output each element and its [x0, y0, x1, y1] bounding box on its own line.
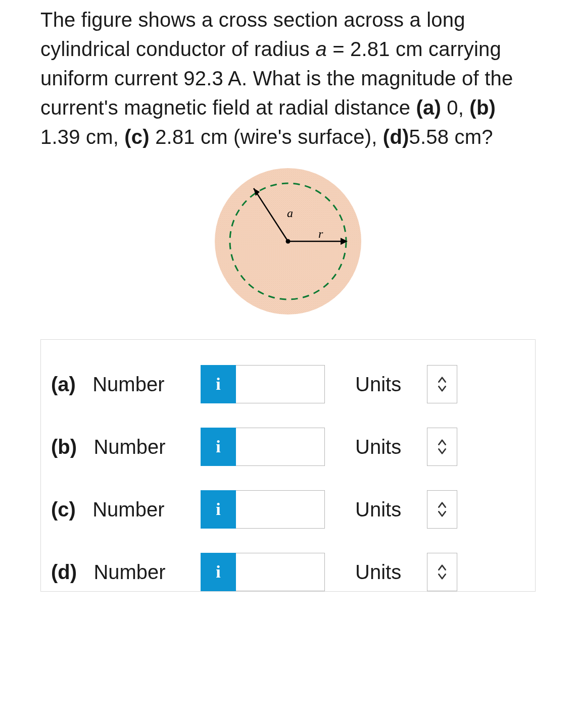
units-label: Units	[355, 373, 416, 396]
figure: a r	[40, 166, 536, 319]
row-label: (d) Number	[51, 561, 201, 584]
row-label: (b) Number	[51, 436, 201, 458]
number-input-group: i	[201, 365, 325, 403]
figure-label-r: r	[318, 227, 323, 240]
number-input-d[interactable]	[236, 553, 325, 591]
info-icon[interactable]: i	[201, 428, 236, 466]
part-a-value: 0,	[441, 96, 469, 119]
chevron-up-down-icon	[437, 563, 448, 581]
info-icon[interactable]: i	[201, 490, 236, 529]
variable-a: a	[315, 38, 326, 60]
current-value: 92.3 A	[183, 67, 242, 89]
info-icon[interactable]: i	[201, 365, 236, 403]
units-select-a[interactable]	[427, 365, 457, 403]
answer-table: (a) Number i Units (b) Number i Units (c…	[40, 339, 536, 592]
units-select-c[interactable]	[427, 490, 457, 529]
row-label-rest: Number	[76, 498, 165, 521]
units-label: Units	[355, 561, 416, 584]
conductor-diagram: a r	[212, 166, 364, 317]
units-label: Units	[355, 436, 416, 458]
answer-row-b: (b) Number i Units	[41, 415, 535, 478]
question-segment: =	[327, 38, 350, 60]
question-text: The figure shows a cross section across …	[40, 5, 536, 151]
answer-row-c: (c) Number i Units	[41, 478, 535, 541]
units-select-d[interactable]	[427, 553, 457, 591]
number-input-group: i	[201, 553, 325, 591]
row-label: (c) Number	[51, 498, 201, 521]
row-label-part: (a)	[51, 373, 76, 395]
part-d-label: (d)	[383, 126, 409, 148]
figure-label-a: a	[287, 206, 293, 220]
answer-row-a: (a) Number i Units	[41, 353, 535, 415]
part-c-value: 2.81 cm (wire's surface),	[150, 126, 383, 148]
row-label-rest: Number	[77, 561, 166, 583]
part-b-value: 1.39 cm,	[40, 126, 124, 148]
radius-value: 2.81 cm	[350, 38, 423, 60]
row-label-rest: Number	[76, 373, 165, 395]
chevron-up-down-icon	[437, 438, 448, 456]
row-label-rest: Number	[77, 436, 166, 458]
part-a-label: (a)	[416, 96, 441, 119]
row-label-part: (d)	[51, 561, 77, 583]
answer-row-d: (d) Number i Units	[41, 541, 535, 591]
number-input-group: i	[201, 428, 325, 466]
row-label-part: (b)	[51, 436, 77, 458]
part-c-label: (c)	[124, 126, 150, 148]
part-d-value: 5.58 cm?	[409, 126, 493, 148]
info-icon[interactable]: i	[201, 553, 236, 591]
units-select-b[interactable]	[427, 428, 457, 466]
chevron-up-down-icon	[437, 375, 448, 393]
number-input-a[interactable]	[236, 365, 325, 403]
number-input-b[interactable]	[236, 428, 325, 466]
number-input-c[interactable]	[236, 490, 325, 529]
chevron-up-down-icon	[437, 500, 448, 518]
svg-point-9	[286, 239, 291, 244]
part-b-label: (b)	[469, 96, 496, 119]
number-input-group: i	[201, 490, 325, 529]
row-label: (a) Number	[51, 373, 201, 396]
units-label: Units	[355, 498, 416, 521]
row-label-part: (c)	[51, 498, 76, 521]
